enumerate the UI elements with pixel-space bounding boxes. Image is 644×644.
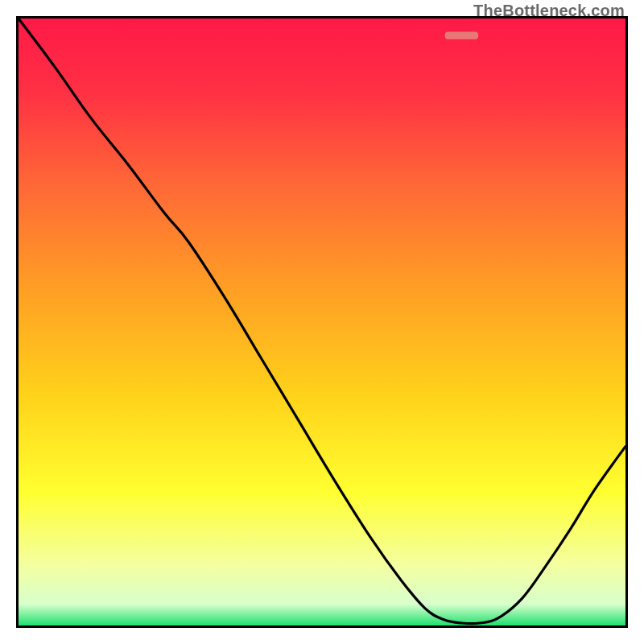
chart-frame [16,16,628,628]
gradient-background [19,19,625,625]
bottleneck-chart [19,19,625,625]
optimum-marker [445,32,478,39]
